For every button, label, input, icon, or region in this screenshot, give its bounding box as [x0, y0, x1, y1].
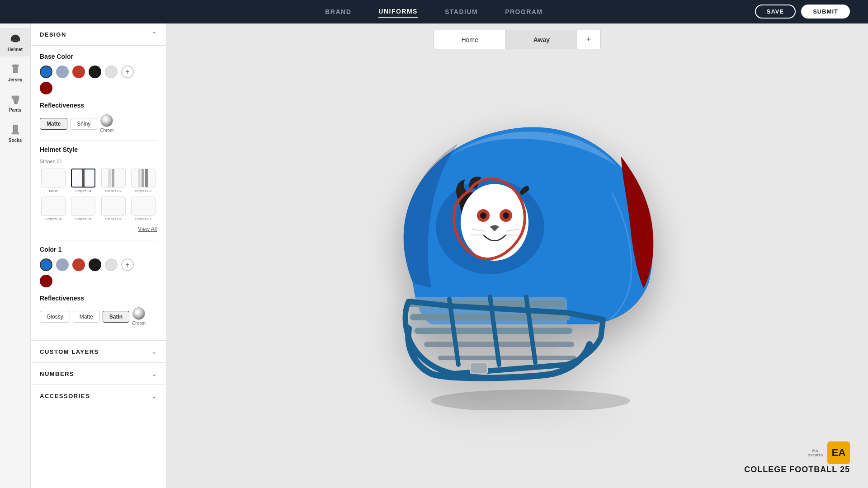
reflect-2-glossy-button[interactable]: Glossy: [40, 311, 70, 323]
custom-layers-section: CUSTOM LAYERS ⌄: [31, 340, 166, 362]
style-stripes-06-preview: [101, 197, 126, 216]
style-none[interactable]: None: [40, 169, 67, 193]
reflectiveness-2-section: Reflectiveness Glossy Matte Satin Chrom: [40, 295, 157, 326]
style-none-label: None: [49, 189, 58, 193]
style-none-preview: [41, 169, 66, 188]
style-stripes-01[interactable]: Stripes 01: [70, 169, 97, 193]
svg-point-8: [503, 212, 509, 219]
style-stripes-05-preview: [71, 197, 95, 216]
jersey-icon: [9, 63, 22, 75]
style-stripes-03-label: Stripes 03: [135, 189, 151, 193]
sidebar-item-helmet-label: Helmet: [8, 47, 23, 52]
color-1-swatch-extra-0[interactable]: [40, 275, 52, 287]
nav-brand[interactable]: BRAND: [325, 6, 351, 17]
tab-add-button[interactable]: +: [577, 30, 601, 49]
style-stripes-01-label: Stripes 01: [75, 189, 91, 193]
sidebar-item-pants[interactable]: Pants: [0, 89, 30, 117]
submit-button[interactable]: SUBMIT: [801, 5, 850, 19]
style-stripes-05[interactable]: Stripes 05: [70, 197, 97, 221]
numbers-header[interactable]: NUMBERS ⌄: [31, 363, 166, 385]
nav-actions: SAVE SUBMIT: [755, 5, 850, 19]
base-color-swatch-extra-0[interactable]: [40, 82, 52, 94]
style-stripes-03-preview: [131, 169, 156, 188]
reflect-2-chrome-button[interactable]: Chrom: [132, 307, 146, 326]
helmet-style-grid-1: None Stripes 01: [40, 169, 157, 193]
style-stripes-02-preview: [101, 169, 126, 188]
color-1-row-1: +: [40, 258, 157, 271]
helmet-svg: [359, 103, 675, 410]
socks-icon: [9, 123, 22, 136]
base-color-section: Base Color +: [40, 53, 157, 94]
style-stripes-02-label: Stripes 02: [105, 189, 122, 193]
accessories-chevron: ⌄: [151, 392, 157, 399]
color-1-row-2: [40, 275, 157, 287]
style-stripes-06-label: Stripes 06: [105, 217, 122, 221]
tab-home[interactable]: Home: [434, 30, 505, 49]
color-1-swatch-4[interactable]: [105, 258, 118, 271]
sidebar-item-jersey-label: Jersey: [8, 77, 23, 82]
divider-1: [40, 140, 157, 141]
base-color-title: Base Color: [40, 53, 157, 60]
design-panel-header: DESIGN ⌃: [31, 23, 166, 46]
reflectiveness-1-title: Reflectiveness: [40, 102, 157, 109]
style-stripes-03[interactable]: Stripes 03: [130, 169, 157, 193]
view-all-anchor[interactable]: View All: [138, 226, 157, 232]
numbers-chevron: ⌄: [151, 370, 157, 377]
color-1-swatch-1[interactable]: [56, 258, 69, 271]
sidebar-item-helmet[interactable]: Helmet: [0, 28, 30, 56]
icon-sidebar: Helmet Jersey Pants: [0, 23, 31, 488]
nav-stadium[interactable]: STADIUM: [445, 6, 478, 17]
svg-point-7: [480, 212, 486, 219]
design-panel: DESIGN ⌃ Base Color +: [31, 23, 166, 488]
chrome-circle-1: [100, 114, 113, 127]
base-color-row-1: +: [40, 66, 157, 78]
base-color-swatch-4[interactable]: [105, 66, 118, 78]
nav-program[interactable]: PROGRAM: [505, 6, 543, 17]
main-layout: Helmet Jersey Pants: [0, 23, 868, 488]
color-1-swatch-2[interactable]: [72, 258, 85, 271]
reflect-1-chrome-button[interactable]: Chrom: [100, 114, 113, 133]
reflect-1-matte-button[interactable]: Matte: [40, 118, 67, 130]
style-stripes-06[interactable]: Stripes 06: [100, 197, 127, 221]
custom-layers-header[interactable]: CUSTOM LAYERS ⌄: [31, 341, 166, 362]
main-content: Home Away +: [166, 23, 868, 488]
divider-2: [40, 240, 157, 240]
color-1-swatch-0[interactable]: [40, 258, 52, 271]
base-color-swatch-0[interactable]: [40, 66, 52, 78]
base-color-add-button[interactable]: +: [121, 66, 134, 78]
view-all-link[interactable]: View All: [40, 225, 157, 233]
base-color-swatch-2[interactable]: [72, 66, 85, 78]
base-color-swatch-1[interactable]: [56, 66, 69, 78]
accessories-header[interactable]: ACCESSORIES ⌄: [31, 385, 166, 407]
sidebar-item-jersey[interactable]: Jersey: [0, 58, 30, 87]
style-stripes-05-label: Stripes 05: [75, 217, 91, 221]
nav-uniforms[interactable]: UNIFORMS: [378, 6, 418, 18]
style-stripes-07[interactable]: Stripes 07: [130, 197, 157, 221]
ea-sports-label: EA: [812, 449, 819, 453]
base-color-swatch-3[interactable]: [89, 66, 101, 78]
reflect-2-matte-button[interactable]: Matte: [73, 311, 100, 323]
color-1-title: Color 1: [40, 246, 157, 253]
reflect-1-shiny-button[interactable]: Shiny: [70, 118, 97, 130]
svg-rect-10: [471, 363, 487, 373]
color-1-add-button[interactable]: +: [121, 258, 134, 271]
ea-logo-box: EA: [827, 441, 850, 464]
helmet-icon: [9, 33, 22, 45]
helmet-style-section: Helmet Style Stripes 01 None Stripes 01: [40, 146, 157, 233]
color-1-swatch-3[interactable]: [89, 258, 101, 271]
svg-point-1: [431, 389, 630, 410]
style-stripes-04[interactable]: Stripes 04: [40, 197, 67, 221]
helmet-style-title: Helmet Style: [40, 146, 157, 153]
save-button[interactable]: SAVE: [755, 5, 796, 19]
style-stripes-04-label: Stripes 04: [45, 217, 61, 221]
helmet-viewport: EA SPORTS EA COLLEGE FOOTBALL 25: [166, 56, 868, 488]
reflect-2-satin-button[interactable]: Satin: [103, 311, 129, 323]
style-stripes-02[interactable]: Stripes 02: [100, 169, 127, 193]
sidebar-item-socks-label: Socks: [9, 138, 22, 143]
style-stripes-01-preview: [71, 169, 95, 188]
design-chevron-up[interactable]: ⌃: [151, 31, 157, 38]
tab-away[interactable]: Away: [506, 30, 577, 49]
sidebar-item-socks[interactable]: Socks: [0, 119, 30, 147]
helmet-style-grid-2: Stripes 04 Stripes 05 Stripes 06 Stripes…: [40, 197, 157, 221]
color-1-section: Color 1 +: [40, 246, 157, 287]
